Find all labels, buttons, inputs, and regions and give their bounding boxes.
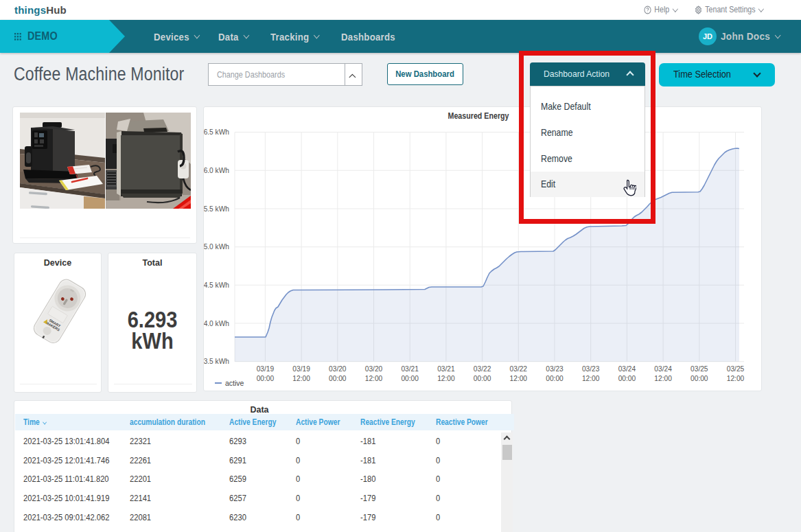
svg-text:03/23: 03/23 [546,365,564,373]
svg-text:03/24: 03/24 [618,365,636,373]
svg-text:12:00: 12:00 [365,375,383,382]
svg-text:12:00: 12:00 [510,375,528,382]
svg-text:03/19: 03/19 [292,365,310,373]
svg-text:12:00: 12:00 [582,375,600,382]
svg-text:03/25: 03/25 [727,365,745,373]
svg-text:00:00: 00:00 [546,375,564,382]
svg-text:active: active [225,379,244,387]
svg-text:03/21: 03/21 [437,365,455,373]
svg-text:00:00: 00:00 [401,375,419,382]
svg-text:3.5 kWh: 3.5 kWh [204,358,229,365]
svg-text:12:00: 12:00 [437,375,455,382]
svg-text:03/20: 03/20 [329,365,347,373]
svg-text:00:00: 00:00 [618,375,636,382]
svg-text:00:00: 00:00 [690,375,708,382]
svg-text:03/22: 03/22 [474,365,491,373]
svg-text:03/19: 03/19 [257,365,275,373]
svg-text:6.5 kWh: 6.5 kWh [204,128,229,136]
svg-text:03/21: 03/21 [401,365,419,373]
svg-text:03/25: 03/25 [690,365,708,373]
svg-text:Measured Energy: Measured Energy [448,111,509,121]
svg-text:03/24: 03/24 [654,365,672,373]
svg-text:12:00: 12:00 [654,375,672,382]
svg-text:5.5 kWh: 5.5 kWh [204,205,229,213]
svg-text:12:00: 12:00 [727,375,745,382]
svg-text:00:00: 00:00 [329,375,347,382]
svg-text:00:00: 00:00 [474,375,491,382]
svg-text:00:00: 00:00 [257,375,275,382]
svg-text:5.0 kWh: 5.0 kWh [204,243,229,251]
svg-text:6.0 kWh: 6.0 kWh [204,167,229,174]
svg-text:03/20: 03/20 [365,365,383,373]
svg-text:03/22: 03/22 [510,365,528,373]
svg-text:12:00: 12:00 [292,375,310,382]
svg-text:4.5 kWh: 4.5 kWh [204,281,229,289]
svg-text:4.0 kWh: 4.0 kWh [204,320,229,327]
svg-text:03/23: 03/23 [582,365,600,373]
